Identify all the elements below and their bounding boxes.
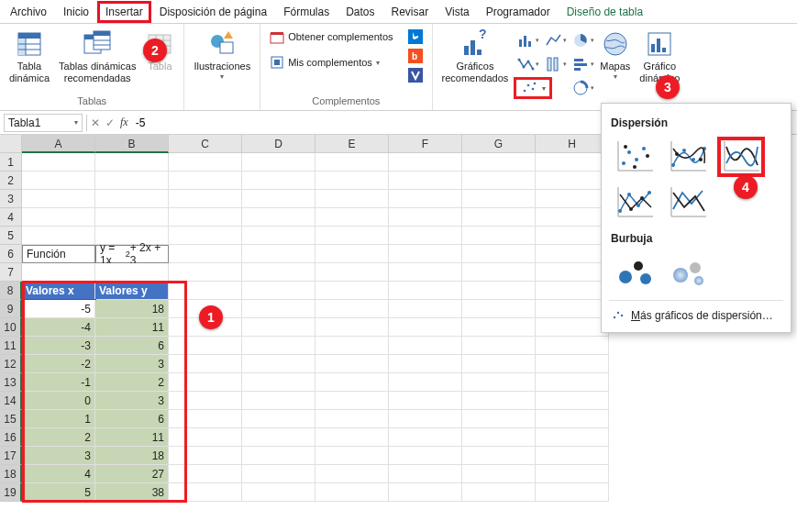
cell-H3[interactable] xyxy=(536,190,609,208)
bar-chart-dd[interactable]: ▾ xyxy=(569,53,594,75)
cell-H13[interactable] xyxy=(536,373,609,392)
cell-B12[interactable]: 3 xyxy=(95,355,169,373)
cell-B13[interactable]: 2 xyxy=(95,373,169,392)
cell-E11[interactable] xyxy=(315,337,389,355)
cell-H5[interactable] xyxy=(536,227,609,245)
cell-G16[interactable] xyxy=(462,428,536,447)
more-scatter-charts[interactable]: Más gráficos de dispersión… xyxy=(609,300,783,327)
cell-D9[interactable] xyxy=(242,300,315,318)
column-chart-dd[interactable]: ▾ xyxy=(514,29,539,51)
cell-D18[interactable] xyxy=(242,465,315,483)
scatter-option-markers[interactable] xyxy=(611,137,659,177)
row-header-14[interactable]: 14 xyxy=(0,392,22,410)
cell-E17[interactable] xyxy=(315,447,389,465)
cell-H17[interactable] xyxy=(536,447,609,465)
cell-F15[interactable] xyxy=(389,410,462,428)
cell-F8[interactable] xyxy=(389,282,462,300)
cell-F1[interactable] xyxy=(389,153,462,172)
cell-D15[interactable] xyxy=(242,410,315,428)
accept-icon[interactable]: ✓ xyxy=(105,116,115,129)
cell-G2[interactable] xyxy=(462,172,536,190)
cell-F19[interactable] xyxy=(389,483,462,502)
cell-A13[interactable]: -1 xyxy=(22,373,95,392)
cell-F9[interactable] xyxy=(389,300,462,318)
cell-E4[interactable] xyxy=(315,208,389,227)
cell-E5[interactable] xyxy=(315,227,389,245)
cell-A11[interactable]: -3 xyxy=(22,337,95,355)
menu-revisar[interactable]: Revisar xyxy=(383,2,437,22)
bubble-option-3d[interactable] xyxy=(664,252,712,293)
cell-D17[interactable] xyxy=(242,447,315,465)
row-header-12[interactable]: 12 xyxy=(0,355,22,373)
get-addins-button[interactable]: Obtener complementos xyxy=(266,28,396,46)
cell-E15[interactable] xyxy=(315,410,389,428)
cell-D16[interactable] xyxy=(242,428,315,447)
col-header-E[interactable]: E xyxy=(315,135,389,153)
cell-G9[interactable] xyxy=(462,300,536,318)
cell-F3[interactable] xyxy=(389,190,462,208)
row-header-15[interactable]: 15 xyxy=(0,410,22,428)
cell-G13[interactable] xyxy=(462,373,536,392)
cell-D13[interactable] xyxy=(242,373,315,392)
menu-fórmulas[interactable]: Fórmulas xyxy=(275,2,338,22)
col-header-A[interactable]: A xyxy=(22,135,95,153)
cell-H7[interactable] xyxy=(536,263,609,282)
cell-F17[interactable] xyxy=(389,447,462,465)
cell-G19[interactable] xyxy=(462,483,536,502)
scatter-option-straight-lines[interactable] xyxy=(664,183,712,223)
cell-A16[interactable]: 2 xyxy=(22,428,95,447)
cell-B17[interactable]: 18 xyxy=(95,447,169,465)
cell-C17[interactable] xyxy=(169,447,242,465)
cell-E2[interactable] xyxy=(315,172,389,190)
cell-A14[interactable]: 0 xyxy=(22,392,95,410)
cell-A4[interactable] xyxy=(22,208,95,227)
cell-C15[interactable] xyxy=(169,410,242,428)
bubble-option-2d[interactable] xyxy=(611,252,659,293)
cell-H15[interactable] xyxy=(536,410,609,428)
cell-G10[interactable] xyxy=(462,318,536,337)
my-addins-button[interactable]: Mis complementos ▾ xyxy=(266,53,396,72)
cell-F10[interactable] xyxy=(389,318,462,337)
cell-G17[interactable] xyxy=(462,447,536,465)
cell-A5[interactable] xyxy=(22,227,95,245)
row-header-1[interactable]: 1 xyxy=(0,153,22,172)
cell-E1[interactable] xyxy=(315,153,389,172)
cell-B6[interactable]: y = 1x2 + 2x + 3 xyxy=(95,245,169,263)
cell-B15[interactable]: 6 xyxy=(95,410,169,428)
cell-G6[interactable] xyxy=(462,245,536,263)
cell-F13[interactable] xyxy=(389,373,462,392)
col-header-F[interactable]: F xyxy=(389,135,462,153)
cell-C16[interactable] xyxy=(169,428,242,447)
cell-H19[interactable] xyxy=(536,483,609,502)
row-header-8[interactable]: 8 xyxy=(0,282,22,300)
cell-B9[interactable]: 18 xyxy=(95,300,169,318)
scatter-chart-dd[interactable]: ▾ xyxy=(514,77,552,99)
cell-D8[interactable] xyxy=(242,282,315,300)
row-header-11[interactable]: 11 xyxy=(0,337,22,355)
cell-B11[interactable]: 6 xyxy=(95,337,169,355)
row-header-3[interactable]: 3 xyxy=(0,190,22,208)
cell-C3[interactable] xyxy=(169,190,242,208)
cell-E6[interactable] xyxy=(315,245,389,263)
cell-G18[interactable] xyxy=(462,465,536,483)
cell-A2[interactable] xyxy=(22,172,95,190)
cell-D11[interactable] xyxy=(242,337,315,355)
cell-G7[interactable] xyxy=(462,263,536,282)
cell-D6[interactable] xyxy=(242,245,315,263)
combo-chart-dd[interactable]: ▾ xyxy=(569,77,594,99)
cell-E8[interactable] xyxy=(315,282,389,300)
col-header-C[interactable]: C xyxy=(169,135,242,153)
col-header-D[interactable]: D xyxy=(242,135,315,153)
cell-C7[interactable] xyxy=(169,263,242,282)
cell-A7[interactable] xyxy=(22,263,95,282)
menu-datos[interactable]: Datos xyxy=(338,2,382,22)
hierarchy-chart-dd[interactable]: ▾ xyxy=(514,53,539,75)
cell-B2[interactable] xyxy=(95,172,169,190)
line-chart-dd[interactable]: ▾ xyxy=(541,29,567,51)
cell-B1[interactable] xyxy=(95,153,169,172)
cell-F2[interactable] xyxy=(389,172,462,190)
scatter-option-smooth-markers[interactable] xyxy=(664,137,712,177)
cell-D14[interactable] xyxy=(242,392,315,410)
cell-F5[interactable] xyxy=(389,227,462,245)
cell-A1[interactable] xyxy=(22,153,95,172)
